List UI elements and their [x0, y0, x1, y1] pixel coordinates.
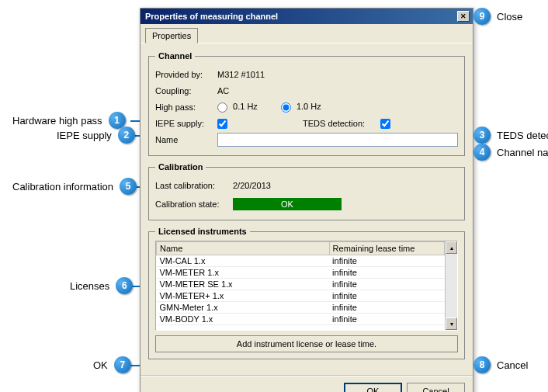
- value-provided-by: M312 #1011: [217, 70, 458, 79]
- cancel-button[interactable]: Cancel: [407, 383, 465, 392]
- license-table-area: Name Remaining lease time VM-CAL 1.xinfi…: [155, 241, 458, 331]
- radio-highpass-0p1[interactable]: 0.1 Hz: [217, 102, 258, 113]
- callout-7: OK 7: [93, 356, 131, 373]
- legend-licenses: Licensed instruments: [155, 227, 250, 236]
- label-highpass: High pass:: [155, 102, 217, 112]
- table-row[interactable]: VM-METER SE 1.xinfinite: [157, 279, 445, 290]
- titlebar: Properties of measuring channel ✕: [140, 9, 473, 24]
- group-channel: Channel Provided by: M312 #1011 Coupling…: [148, 51, 465, 156]
- col-remaining[interactable]: Remaining lease time: [329, 242, 444, 255]
- radio-input-0p1[interactable]: [217, 102, 227, 113]
- title-text: Properties of measuring channel: [145, 12, 278, 21]
- tabstrip: Properties: [140, 24, 473, 43]
- col-name[interactable]: Name: [157, 242, 330, 255]
- scroll-down-icon[interactable]: ▾: [446, 317, 457, 330]
- legend-calibration: Calibration: [155, 162, 206, 172]
- add-instrument-button[interactable]: Add instrument license or lease time.: [155, 335, 458, 352]
- calibration-state-value: OK: [233, 198, 342, 210]
- radio-input-1p0[interactable]: [281, 102, 291, 113]
- scroll-track[interactable]: [446, 254, 457, 317]
- table-row[interactable]: GMN-Meter 1.xinfinite: [157, 302, 445, 314]
- label-last-calibration: Last calibration:: [155, 181, 233, 190]
- checkbox-iepe[interactable]: [217, 119, 227, 129]
- dialog-properties-channel: Properties of measuring channel ✕ Proper…: [140, 8, 473, 392]
- label-iepe: IEPE supply:: [155, 119, 217, 128]
- table-row[interactable]: VM-METER 1.xinfinite: [157, 267, 445, 279]
- radio-highpass-1p0[interactable]: 1.0 Hz: [281, 102, 321, 113]
- ok-button[interactable]: OK: [344, 383, 402, 392]
- callout-9: 9 Close: [473, 8, 522, 25]
- label-teds: TEDS detection:: [303, 119, 380, 128]
- close-icon[interactable]: ✕: [457, 11, 470, 22]
- scroll-up-icon[interactable]: ▴: [446, 241, 457, 254]
- table-row[interactable]: VM-METER+ 1.xinfinite: [157, 290, 445, 302]
- value-coupling: AC: [217, 86, 458, 95]
- table-row[interactable]: VM-CAL 1.xinfinite: [157, 255, 445, 267]
- callout-6: Licenses 6: [70, 277, 133, 294]
- name-field[interactable]: [217, 133, 458, 147]
- checkbox-teds[interactable]: [380, 119, 390, 129]
- callout-1: Hardware high pass 1: [12, 112, 126, 129]
- label-calibration-state: Calibration state:: [155, 199, 233, 209]
- callout-8: 8 Cancel: [473, 356, 528, 373]
- callout-5: Calibration information 5: [12, 178, 137, 195]
- tab-properties[interactable]: Properties: [145, 28, 198, 43]
- value-last-calibration: 2/20/2013: [233, 181, 271, 190]
- callout-4: 4 Channel name: [473, 144, 548, 161]
- callout-3: 3 TEDS detection: [473, 127, 548, 144]
- license-table: Name Remaining lease time VM-CAL 1.xinfi…: [156, 241, 445, 325]
- group-licenses: Licensed instruments Name Remaining leas…: [148, 227, 465, 359]
- label-name: Name: [155, 135, 217, 144]
- label-provided-by: Provided by:: [155, 70, 217, 79]
- legend-channel: Channel: [155, 51, 195, 61]
- callout-2: IEPE supply 2: [57, 127, 135, 144]
- group-calibration: Calibration Last calibration: 2/20/2013 …: [148, 162, 465, 220]
- table-row[interactable]: VM-BODY 1.xinfinite: [157, 314, 445, 325]
- scrollbar[interactable]: ▴ ▾: [445, 241, 457, 330]
- label-coupling: Coupling:: [155, 86, 217, 95]
